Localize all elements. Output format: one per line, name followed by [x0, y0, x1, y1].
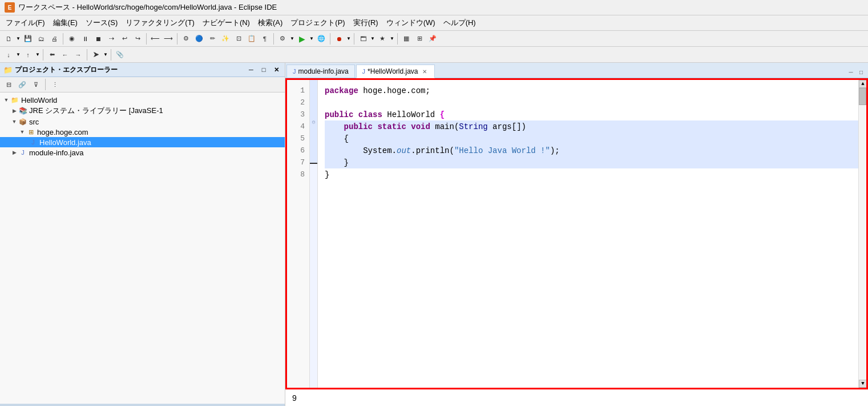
code-editor[interactable]: 1 2 3 4 5 6 7 8 ⊖	[285, 78, 868, 389]
tb-window2-button[interactable]: ⊞	[413, 33, 426, 45]
scroll-thumb[interactable]	[859, 88, 866, 105]
icon-helloworld: 📁	[10, 95, 19, 104]
tb-next-button[interactable]: ⟶	[162, 33, 175, 45]
line-num-4: 4	[287, 120, 309, 132]
tb-star-button[interactable]: ★	[376, 33, 389, 45]
tb-globe-button[interactable]: 🌐	[315, 33, 328, 45]
tb2-sep3	[111, 49, 111, 61]
tb2-nav-dropdown[interactable]: ▼	[103, 49, 108, 61]
tb-magic-button[interactable]: ✨	[219, 33, 232, 45]
st-filter-btn[interactable]: ⊽	[30, 78, 42, 91]
tb-play-dropdown[interactable]: ▼	[309, 33, 314, 45]
tb2-prev-button[interactable]: ⬅	[46, 49, 58, 61]
tb-para-button[interactable]: ¶	[259, 33, 271, 45]
tb2-nav-button[interactable]: ⮞	[90, 49, 102, 61]
toolbar2: ↓ ▼ ↑ ▼ ⬅ ← → ⮞ ▼ 📎	[0, 47, 868, 63]
tb-layout-dropdown[interactable]: ▼	[370, 33, 376, 45]
tb-print-button[interactable]: 🖨	[48, 33, 60, 45]
tb2-back-button[interactable]: ↓	[2, 49, 15, 61]
toggle-helloworld[interactable]: ▼	[2, 96, 10, 104]
tab-maximize-btn[interactable]: □	[857, 67, 866, 77]
menu-refactor[interactable]: リファクタリング(T)	[122, 17, 198, 29]
tab-close-helloworld[interactable]: ✕	[421, 67, 429, 75]
tb-pin-button[interactable]: 📌	[426, 33, 439, 45]
tb-sep5	[330, 33, 330, 45]
tb2-right-button[interactable]: →	[72, 49, 84, 61]
tb2-forward-button[interactable]: ↑	[22, 49, 34, 61]
tab-minimize-btn[interactable]: ─	[846, 67, 855, 77]
menu-help[interactable]: ヘルプ(H)	[440, 17, 479, 29]
tb2-back-dropdown[interactable]: ▼	[15, 49, 21, 61]
tab-module-info[interactable]: J module-info.java	[286, 65, 355, 78]
tb-save-button[interactable]: 💾	[22, 33, 34, 45]
tree-item-pkg[interactable]: ▼ ⊞ hoge.hoge.com	[0, 127, 285, 137]
code-content[interactable]: package hoge.hoge.com; public class Hell…	[318, 80, 858, 388]
scrollbar-right[interactable]: ▲ ▼	[858, 80, 866, 388]
tb-perspective-button[interactable]: 🔵	[193, 33, 205, 45]
scroll-track[interactable]	[859, 88, 866, 380]
tb-run-button[interactable]: ⇢	[105, 33, 118, 45]
tb-search-button[interactable]: ⟵	[149, 33, 162, 45]
menu-file[interactable]: ファイル(F)	[2, 17, 49, 29]
tab-label-helloworld: *HelloWorld.java	[368, 67, 418, 75]
scroll-up-arrow[interactable]: ▲	[859, 80, 867, 88]
scroll-down-arrow[interactable]: ▼	[859, 380, 867, 388]
menu-run[interactable]: 実行(R)	[350, 17, 382, 29]
st-link-btn[interactable]: 🔗	[16, 78, 29, 91]
tb-debug-button[interactable]: ◉	[66, 33, 78, 45]
st-sep	[45, 79, 46, 90]
tb-stop-button[interactable]: ⏹	[92, 33, 104, 45]
tree-item-jre[interactable]: ▶ 📚 JRE システム・ライブラリー [JavaSE-1	[0, 105, 285, 116]
sidebar-close-btn[interactable]: ✕	[271, 65, 281, 75]
menu-source[interactable]: ソース(S)	[82, 17, 121, 29]
label-pkg: hoge.hoge.com	[37, 128, 88, 136]
tb-star-dropdown[interactable]: ▼	[389, 33, 395, 45]
menu-project[interactable]: プロジェクト(P)	[287, 17, 348, 29]
menu-search[interactable]: 検索(A)	[255, 17, 286, 29]
tb-window-button[interactable]: ▦	[400, 33, 413, 45]
tb-step-button[interactable]: ↩	[118, 33, 131, 45]
sidebar-header: 📁 プロジェクト・エクスプローラー ─ □ ✕	[0, 63, 285, 77]
menu-window[interactable]: ウィンドウ(W)	[383, 17, 439, 29]
tb-copy-button[interactable]: ⊡	[232, 33, 245, 45]
sidebar-collapse-btn[interactable]: ─	[246, 65, 256, 75]
toolbar1: 🗋 ▼ 💾 🗂 🖨 ◉ ⏸ ⏹ ⇢ ↩ ↪ ⟵ ⟶ ⚙ 🔵 ✏ ✨ ⊡ 📋 ¶ …	[0, 31, 868, 47]
tb-gear-button[interactable]: ⚙	[276, 33, 289, 45]
tree-item-module-info[interactable]: ▶ J module-info.java	[0, 147, 285, 158]
sidebar-bottom-border	[0, 404, 285, 406]
tb2-pin2-button[interactable]: 📎	[114, 49, 126, 61]
tb-paste-button[interactable]: 📋	[245, 33, 258, 45]
tb-save-all-button[interactable]: 🗂	[35, 33, 47, 45]
brace-open-3: {	[440, 110, 445, 119]
st-more-btn[interactable]: ⋮	[49, 78, 61, 91]
tb-new-button[interactable]: 🗋	[2, 33, 15, 45]
menu-edit[interactable]: 編集(E)	[50, 17, 81, 29]
gutter-4-collapse[interactable]: ⊖	[310, 116, 317, 128]
tb-new-dropdown[interactable]: ▼	[15, 33, 21, 45]
tree-item-src[interactable]: ▼ 📦 src	[0, 116, 285, 127]
toggle-src[interactable]: ▼	[10, 118, 18, 126]
tb-play-button[interactable]: ▶	[296, 33, 308, 45]
kw-void: void	[411, 122, 430, 131]
line-num-2: 2	[287, 97, 309, 108]
tb2-forward-dropdown[interactable]: ▼	[35, 49, 41, 61]
tb-pause-button[interactable]: ⏸	[79, 33, 91, 45]
tree-item-helloworld-java[interactable]: J HelloWorld.java	[0, 137, 285, 147]
tab-helloworld[interactable]: J *HelloWorld.java ✕	[356, 65, 435, 78]
menu-navigate[interactable]: ナビゲート(N)	[199, 17, 253, 29]
tb-step2-button[interactable]: ↪	[131, 33, 144, 45]
tb-sep1	[63, 33, 63, 45]
sidebar-maximize-btn[interactable]: □	[259, 65, 269, 75]
tb-gear-dropdown[interactable]: ▼	[289, 33, 295, 45]
tb-pencil-button[interactable]: ✏	[206, 33, 219, 45]
tb-red-button[interactable]: ⏺	[333, 33, 345, 45]
tree-item-helloworld[interactable]: ▼ 📁 HelloWorld	[0, 95, 285, 105]
tb-red-dropdown[interactable]: ▼	[346, 33, 352, 45]
toggle-module-info[interactable]: ▶	[10, 148, 18, 156]
tb-layout-button[interactable]: 🗔	[357, 33, 369, 45]
st-collapse-btn[interactable]: ⊟	[2, 78, 15, 91]
tb-settings-button[interactable]: ⚙	[180, 33, 192, 45]
toggle-jre[interactable]: ▶	[10, 107, 18, 115]
tb2-left-button[interactable]: ←	[59, 49, 71, 61]
toggle-pkg[interactable]: ▼	[18, 128, 26, 136]
